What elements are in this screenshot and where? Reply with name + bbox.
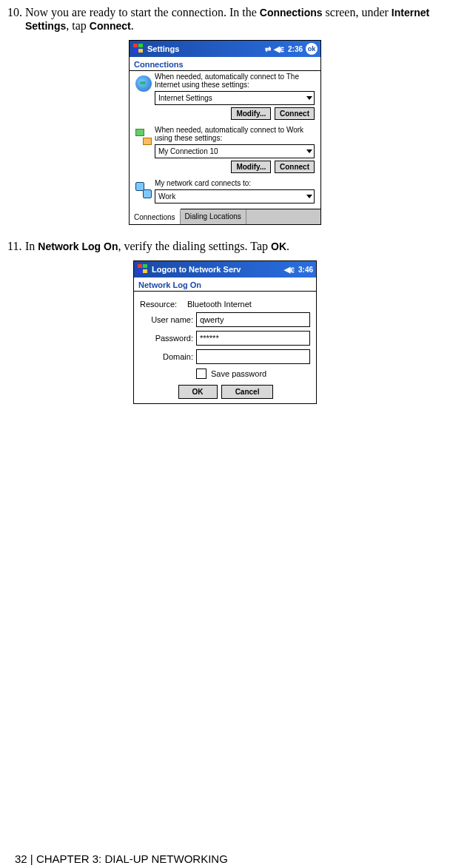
card-label: My network card connects to:	[155, 179, 315, 187]
windows-flag-icon[interactable]	[137, 263, 149, 275]
dropdown-value: Internet Settings	[158, 94, 306, 102]
clock: 2:36	[288, 45, 303, 53]
text: In	[25, 240, 38, 252]
text: .	[131, 19, 134, 32]
title-bar: Settings ⇄ ◀ϵ 2:36 ok	[130, 41, 320, 57]
step-11: 11. In Network Log On, verify the dialin…	[7, 240, 443, 253]
domain-row: Domain:	[140, 349, 310, 364]
chevron-down-icon	[306, 195, 312, 198]
work-section: When needed, automatically connect to Wo…	[132, 126, 318, 178]
chevron-down-icon	[306, 96, 312, 100]
internet-label: When needed, automatically connect to Th…	[155, 73, 315, 89]
tab-dialing-locations[interactable]: Dialing Locations	[181, 209, 246, 224]
clock: 3:46	[298, 266, 313, 274]
domain-label: Domain:	[140, 352, 196, 361]
work-connect-button[interactable]: Connect	[275, 161, 315, 173]
work-modify-button[interactable]: Modify...	[231, 161, 271, 173]
save-password-label: Save password	[211, 369, 266, 378]
internet-connect-button[interactable]: Connect	[275, 107, 315, 120]
internet-modify-button[interactable]: Modify...	[231, 107, 271, 120]
username-row: User name:	[140, 312, 310, 327]
text: , tap	[66, 19, 90, 32]
text: Now you are ready to start the connectio…	[25, 6, 260, 18]
window-title: Settings	[147, 44, 265, 53]
pocketpc-window: Logon to Network Serv ◀ϵ 3:46 Network Lo…	[133, 260, 317, 404]
step-10: 10. Now you are ready to start the conne…	[7, 6, 443, 33]
connectivity-icon[interactable]: ⇄	[265, 45, 271, 53]
kw-connections: Connections	[260, 7, 323, 18]
username-field[interactable]	[196, 312, 310, 327]
text: screen, under	[323, 6, 392, 18]
kw-ok: OK	[271, 240, 286, 252]
windows-flag-icon[interactable]	[132, 43, 144, 55]
password-row: Password:	[140, 331, 310, 346]
cancel-button[interactable]: Cancel	[221, 385, 274, 399]
resource-value: Bluetooth Internet	[187, 300, 252, 309]
network-card-section: My network card connects to: Work	[132, 179, 318, 206]
globe-icon	[135, 75, 152, 92]
ok-button[interactable]: ok	[306, 43, 318, 55]
volume-icon[interactable]: ◀ϵ	[274, 44, 285, 54]
ok-button[interactable]: OK	[178, 385, 218, 399]
step-number: 10.	[7, 6, 25, 33]
save-password-checkbox[interactable]	[196, 369, 206, 379]
internet-settings-dropdown[interactable]: Internet Settings	[155, 91, 315, 105]
kw-connect: Connect	[90, 20, 131, 32]
network-card-dropdown[interactable]: Work	[155, 189, 315, 203]
chevron-down-icon	[306, 149, 312, 153]
step-number: 11.	[7, 240, 25, 253]
bottom-tabs: Connections Dialing Locations	[130, 209, 320, 224]
save-password-row[interactable]: Save password	[196, 369, 310, 379]
work-label: When needed, automatically connect to Wo…	[155, 126, 315, 142]
dropdown-value: My Connection 10	[158, 147, 306, 155]
kw-network-log-on: Network Log On	[38, 240, 118, 252]
domain-field[interactable]	[196, 349, 310, 364]
window-title: Logon to Network Serv	[152, 265, 284, 274]
internet-section: When needed, automatically connect to Th…	[132, 73, 318, 124]
resource-label: Resource:	[140, 300, 187, 309]
tab-connections[interactable]: Connections	[130, 209, 181, 224]
text: .	[286, 240, 289, 252]
title-bar: Logon to Network Serv ◀ϵ 3:46	[134, 261, 316, 277]
password-field[interactable]	[196, 331, 310, 346]
dropdown-value: Work	[158, 192, 306, 201]
username-label: User name:	[140, 315, 196, 324]
step-text: In Network Log On, verify the dialing se…	[25, 240, 443, 253]
password-label: Password:	[140, 334, 196, 343]
pocketpc-window: Settings ⇄ ◀ϵ 2:36 ok Connections When n…	[129, 40, 321, 225]
network-icon	[135, 129, 152, 145]
figure-connections: Settings ⇄ ◀ϵ 2:36 ok Connections When n…	[7, 40, 443, 225]
text: , verify the dialing settings. Tap	[118, 240, 271, 252]
volume-icon[interactable]: ◀ϵ	[284, 265, 295, 275]
resource-row: Resource: Bluetooth Internet	[140, 300, 310, 309]
network-card-icon	[135, 182, 152, 198]
figure-network-logon: Logon to Network Serv ◀ϵ 3:46 Network Lo…	[7, 260, 443, 404]
section-title: Network Log On	[134, 277, 316, 291]
work-connection-dropdown[interactable]: My Connection 10	[155, 144, 315, 158]
section-title: Connections	[130, 57, 320, 70]
step-text: Now you are ready to start the connectio…	[25, 6, 443, 33]
page-footer: 32 | CHAPTER 3: DIAL-UP NETWORKING	[15, 852, 228, 865]
